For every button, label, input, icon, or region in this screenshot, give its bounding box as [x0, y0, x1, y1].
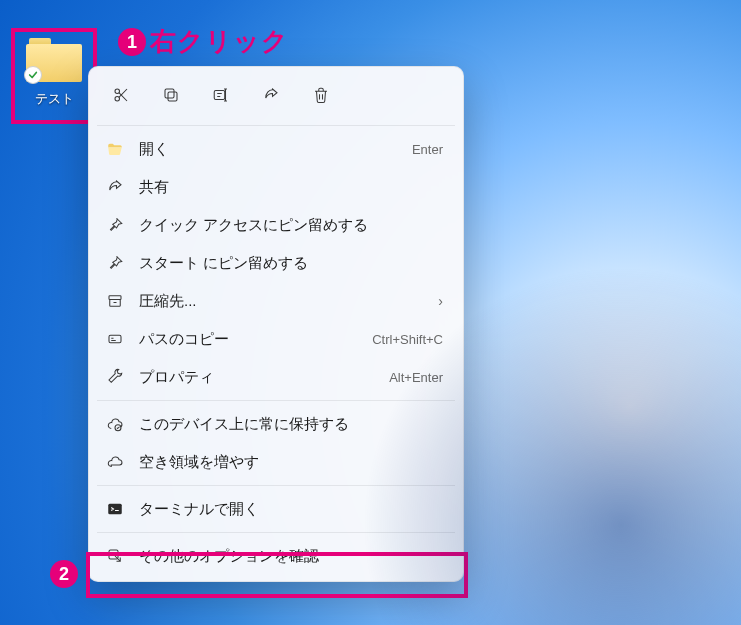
menu-item-label: その他のオプションを確認: [139, 547, 443, 566]
menu-item-label: 開く: [139, 140, 398, 159]
menu-item-label: ターミナルで開く: [139, 500, 443, 519]
menu-item-pin-quick-access[interactable]: クイック アクセスにピン留めする: [95, 206, 457, 244]
menu-item-copy-path[interactable]: パスのコピー Ctrl+Shift+C: [95, 320, 457, 358]
annotation-1-highlight-box: テスト: [11, 28, 97, 124]
rename-icon: [211, 85, 231, 105]
folder-icon[interactable]: [26, 38, 82, 82]
menu-item-more-options[interactable]: その他のオプションを確認: [95, 537, 457, 575]
menu-separator: [97, 532, 455, 533]
copy-path-icon: [105, 329, 125, 349]
share-button[interactable]: [251, 77, 291, 113]
menu-item-label: スタート にピン留めする: [139, 254, 443, 273]
menu-item-shortcut: Enter: [412, 142, 443, 157]
menu-item-label: このデバイス上に常に保持する: [139, 415, 443, 434]
context-menu: 開く Enter 共有 クイック アクセスにピン留めする スタート にピン留めす…: [88, 66, 464, 582]
menu-item-label: 共有: [139, 178, 443, 197]
pin-icon: [105, 253, 125, 273]
menu-item-pin-start[interactable]: スタート にピン留めする: [95, 244, 457, 282]
menu-item-label: パスのコピー: [139, 330, 358, 349]
svg-rect-4: [214, 91, 225, 100]
menu-item-label: プロパティ: [139, 368, 375, 387]
pin-icon: [105, 215, 125, 235]
cloud-keep-icon: [105, 414, 125, 434]
annotation-1-badge: 1: [118, 28, 146, 56]
menu-item-properties[interactable]: プロパティ Alt+Enter: [95, 358, 457, 396]
menu-item-compress[interactable]: 圧縮先... ›: [95, 282, 457, 320]
annotation-1-text: 右クリック: [150, 24, 289, 59]
svg-rect-9: [108, 504, 122, 515]
svg-rect-3: [165, 89, 174, 98]
cut-button[interactable]: [101, 77, 141, 113]
trash-icon: [311, 85, 331, 105]
share-arrow-icon: [261, 85, 281, 105]
archive-icon: [105, 291, 125, 311]
wrench-icon: [105, 367, 125, 387]
copy-button[interactable]: [151, 77, 191, 113]
more-options-icon: [105, 546, 125, 566]
context-menu-toolbar: [95, 73, 457, 121]
menu-item-keep-on-device[interactable]: このデバイス上に常に保持する: [95, 405, 457, 443]
svg-rect-7: [109, 335, 121, 343]
menu-item-shortcut: Ctrl+Shift+C: [372, 332, 443, 347]
svg-rect-2: [168, 92, 177, 101]
menu-item-label: 圧縮先...: [139, 292, 424, 311]
menu-separator: [97, 485, 455, 486]
menu-item-label: 空き領域を増やす: [139, 453, 443, 472]
open-folder-icon: [105, 139, 125, 159]
annotation-1: 1 右クリック: [118, 24, 289, 59]
menu-separator: [97, 400, 455, 401]
menu-item-free-space[interactable]: 空き領域を増やす: [95, 443, 457, 481]
folder-label: テスト: [35, 90, 74, 108]
desktop-background[interactable]: テスト 1 右クリック: [0, 0, 741, 625]
terminal-icon: [105, 499, 125, 519]
copy-icon: [161, 85, 181, 105]
menu-item-share[interactable]: 共有: [95, 168, 457, 206]
sync-check-badge-icon: [24, 66, 42, 84]
scissors-icon: [111, 85, 131, 105]
menu-separator: [97, 125, 455, 126]
cloud-icon: [105, 452, 125, 472]
delete-button[interactable]: [301, 77, 341, 113]
menu-item-open-terminal[interactable]: ターミナルで開く: [95, 490, 457, 528]
annotation-2-badge: 2: [50, 560, 78, 588]
rename-button[interactable]: [201, 77, 241, 113]
chevron-right-icon: ›: [438, 293, 443, 309]
share-icon: [105, 177, 125, 197]
menu-item-label: クイック アクセスにピン留めする: [139, 216, 443, 235]
menu-item-open[interactable]: 開く Enter: [95, 130, 457, 168]
svg-rect-5: [109, 296, 121, 300]
menu-item-shortcut: Alt+Enter: [389, 370, 443, 385]
